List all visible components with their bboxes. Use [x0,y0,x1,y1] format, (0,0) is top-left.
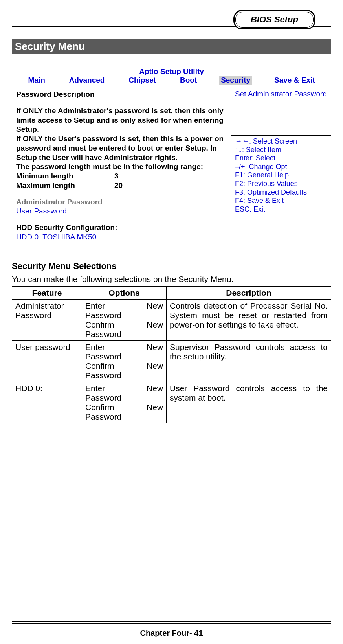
tab-main[interactable]: Main [26,76,46,85]
max-length-row: Maximum length20 [16,181,227,190]
table-row: HDD 0: Enter New Password Confirm New Pa… [12,382,331,423]
cell-feature: User password [12,340,82,382]
cell-description: Supervisor Password controls access to t… [167,340,331,382]
cell-description: User Password controls access to the sys… [167,382,331,423]
selections-intro: You can make the following selections on… [12,274,331,284]
nav-f4: F4: Save & Exit [235,197,327,205]
cell-feature: Administrator Password [12,299,82,340]
selections-table: Feature Options Description Administrato… [12,286,331,423]
nav-esc: ESC: Exit [235,205,327,214]
min-length-row: Minimum length3 [16,171,227,181]
admin-only-text: If ONLY the Administrator's password is … [16,106,227,134]
section-bar: Security Menu [12,39,331,54]
user-only-text: If ONLY the User's password is set, then… [16,134,227,162]
tab-security[interactable]: Security [219,76,252,85]
cell-options: Enter New Password Confirm New Password [82,299,167,340]
menu-item-hdd0[interactable]: HDD 0: TOSHIBA MK50 [16,232,227,242]
cell-options: Enter New Password Confirm New Password [82,382,167,423]
menu-item-user-password[interactable]: User Password [16,206,227,216]
nav-enter: Enter: Select [235,154,327,163]
header-box: BIOS Setup [233,10,315,29]
selections-heading: Security Menu Selections [12,261,331,271]
table-row: User password Enter New Password Confirm… [12,340,331,382]
nav-f3: F3: Optimized Defaults [235,188,327,197]
bios-help-text: Set Administrator Password [231,86,331,136]
cell-description: Controls detection of Processor Serial N… [167,299,331,340]
col-options: Options [82,286,167,299]
tab-save-exit[interactable]: Save & Exit [273,76,317,85]
nav-select-screen: →←: Select Screen [235,137,327,146]
tab-chipset[interactable]: Chipset [127,76,158,85]
bios-left-pane: Password Description If ONLY the Adminis… [12,86,231,245]
tab-boot[interactable]: Boot [178,76,198,85]
col-feature: Feature [12,286,82,299]
hdd-config-heading: HDD Security Configuration: [16,223,227,232]
nav-f2: F2: Previous Values [235,180,327,188]
menu-item-admin-password[interactable]: Administrator Password [16,197,227,207]
col-description: Description [167,286,331,299]
footer-page-label: Chapter Four- 41 [0,629,343,638]
bios-panel: Aptio Setup Utility Main Advanced Chipse… [12,66,331,245]
cell-feature: HDD 0: [12,382,82,423]
nav-select-item: ↑↓: Select Item [235,146,327,155]
nav-change-opt: –/+: Change Opt. [235,163,327,171]
cell-options: Enter New Password Confirm New Password [82,340,167,382]
bios-utility-title: Aptio Setup Utility [12,66,331,76]
length-range-text: The password length must be in the follo… [16,162,227,171]
bios-tabs: Main Advanced Chipset Boot Security Save… [12,76,331,86]
bios-nav-hints: →←: Select Screen ↑↓: Select Item Enter:… [231,136,331,225]
footer-rule [12,621,331,624]
table-row: Administrator Password Enter New Passwor… [12,299,331,340]
tab-advanced[interactable]: Advanced [68,76,106,85]
page-header-title: BIOS Setup [251,15,298,24]
password-description-heading: Password Description [16,90,227,99]
nav-f1: F1: General Help [235,171,327,180]
